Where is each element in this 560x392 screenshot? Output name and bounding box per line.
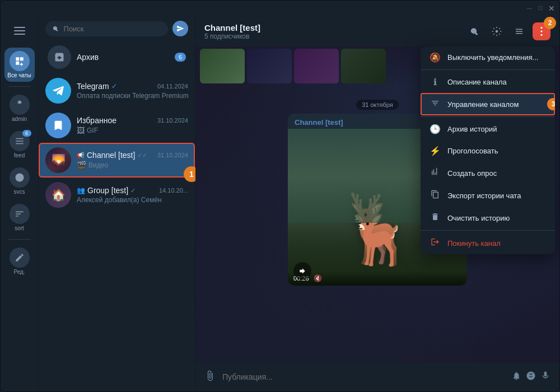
search-input[interactable] <box>64 25 161 33</box>
thumb-3 <box>294 49 339 83</box>
group-test-chat-name: 👥 Group [test] ✓ <box>77 186 136 195</box>
menu-item-vote[interactable]: ⚡ Проголосовать <box>421 140 555 162</box>
menu-item-label-mute: Выключить уведомления... <box>447 53 538 62</box>
message-input[interactable] <box>222 372 505 381</box>
main-content: Все чаты admin feed <box>1 16 559 391</box>
bookmarks-chat-date: 31.10.2024 <box>157 117 188 124</box>
maximize-button[interactable]: ☐ <box>537 5 544 12</box>
archive-badge: 6 <box>175 53 186 62</box>
input-actions <box>511 371 550 384</box>
voice-button[interactable] <box>540 371 550 384</box>
group-test-chat-info: 👥 Group [test] ✓ 14.10.20... Алексей доб… <box>77 186 188 204</box>
svg-point-2 <box>540 30 542 32</box>
sidebar-divider-2 <box>8 239 31 240</box>
menu-item-archive-stories[interactable]: 🕒 Архив историй <box>421 118 555 140</box>
search-icon <box>52 25 59 32</box>
svg-point-0 <box>496 30 498 33</box>
emoji-button[interactable] <box>526 371 536 384</box>
sidebar-item-label-all-chats: Все чаты <box>7 72 31 78</box>
menu-item-leave[interactable]: Покинуть канал <box>421 232 555 254</box>
attach-button[interactable] <box>204 370 216 384</box>
sidebar-item-admin[interactable]: admin <box>4 91 35 125</box>
forward-icon <box>298 267 306 275</box>
more-menu-button[interactable]: 2 <box>533 22 550 40</box>
group-test-avatar: 🏠 <box>45 182 71 208</box>
menu-divider-3 <box>421 230 555 231</box>
menu-item-export[interactable]: Экспорт истории чата <box>421 184 555 207</box>
svg-point-3 <box>540 34 542 36</box>
chat-item-telegram[interactable]: Telegram ✓ 04.11.2024 Оплата подписки Te… <box>39 73 195 108</box>
bell-icon <box>511 371 521 381</box>
channel-test-chat-date: 31.10.2024 <box>157 152 188 158</box>
sidebar-item-all-chats[interactable]: Все чаты <box>4 48 35 82</box>
telegram-chat-name: Telegram ✓ <box>77 82 117 91</box>
thumb-4 <box>341 49 386 83</box>
sidebar-item-label-feed: feed <box>14 152 25 158</box>
stories-icon <box>492 26 502 36</box>
all-chats-icon <box>10 51 30 71</box>
sidebar-item-sort[interactable]: sort <box>4 200 35 235</box>
close-button[interactable]: ✕ <box>548 5 555 12</box>
chat-input-bar <box>195 362 559 391</box>
archive-name: Архив <box>77 53 99 62</box>
telegram-chat-preview: Оплата подписки Telegram Premium б... <box>77 92 188 100</box>
archive-label: Архив <box>77 52 169 62</box>
chat-item-group-test[interactable]: 🏠 👥 Group [test] ✓ 14.10.20... Алексей д… <box>39 178 195 212</box>
sidebar-item-svcs[interactable]: svcs <box>4 164 35 198</box>
menu-item-label-export: Экспорт истории чата <box>447 192 521 200</box>
sort-icon <box>10 204 30 224</box>
mic-icon <box>540 371 550 381</box>
menu-item-label-create-poll: Создать опрос <box>447 169 497 178</box>
single-check-icon: ✓ <box>130 187 136 194</box>
three-dots-icon <box>540 27 543 36</box>
minimize-button[interactable]: — <box>526 5 533 12</box>
view-toggle-button[interactable] <box>510 22 528 40</box>
search-input-wrap[interactable] <box>45 21 168 36</box>
chat-list-panel: Архив 6 Telegram ✓ <box>39 16 195 391</box>
double-check-icon: ✓✓ <box>137 152 147 159</box>
chat-main: Channel [test] 5 подписчиков <box>195 16 559 391</box>
search-button[interactable] <box>465 22 483 40</box>
thumb-1 <box>200 49 245 83</box>
channel-test-chat-preview: 🎬 Видео <box>77 161 188 170</box>
telegram-send-button[interactable] <box>172 21 188 36</box>
archive-icon <box>48 45 71 69</box>
search-icon <box>469 26 479 36</box>
menu-item-manage[interactable]: Управление каналом 3 <box>421 93 555 115</box>
context-menu: 🔕 Выключить уведомления... ℹ Описание ка… <box>421 46 555 254</box>
sidebar-item-red[interactable]: Ред. <box>4 244 35 278</box>
hamburger-button[interactable] <box>4 21 35 41</box>
video-controls: 00:26 🔇 <box>288 271 467 286</box>
sidebar-icons: Все чаты admin feed <box>1 16 39 391</box>
notification-button[interactable] <box>511 371 521 384</box>
sidebar-item-label-svcs: svcs <box>14 189 25 195</box>
channel-test-chat-info: 📢 Channel [test] ✓✓ 31.10.2024 🎬 Видео <box>77 151 188 170</box>
group-test-chat-preview: Алексей добавил(а) Семён <box>77 196 188 204</box>
menu-divider-1 <box>421 69 555 70</box>
grid-icon <box>514 26 524 36</box>
title-bar-controls: — ☐ ✕ <box>526 5 555 12</box>
chat-item-bookmarks[interactable]: Избранное 31.10.2024 🖼 GIF <box>39 108 195 143</box>
archive-row[interactable]: Архив 6 <box>39 41 195 73</box>
menu-item-create-poll[interactable]: Создать опрос <box>421 162 555 184</box>
mute-icon[interactable]: 🔇 <box>314 274 322 282</box>
sidebar-item-feed[interactable]: feed 6 <box>4 128 35 162</box>
stories-button[interactable] <box>488 22 506 40</box>
forward-button[interactable] <box>293 262 311 280</box>
bookmarks-chat-info: Избранное 31.10.2024 🖼 GIF <box>77 116 188 135</box>
menu-item-mute[interactable]: 🔕 Выключить уведомления... <box>421 46 555 68</box>
vote-icon: ⚡ <box>430 146 441 156</box>
menu-item-label-manage: Управление каналом <box>447 100 519 109</box>
date-label: 31 октября <box>356 100 399 110</box>
menu-item-channel-info[interactable]: ℹ Описание канала <box>421 71 555 93</box>
chat-header: Channel [test] 5 подписчиков <box>195 16 559 46</box>
menu-item-label-channel-info: Описание канала <box>447 78 507 86</box>
chat-item-channel-test[interactable]: 🌄 📢 Channel [test] ✓✓ 31.10.2024 🎬 Видео <box>39 143 195 178</box>
info-menu-icon: ℹ <box>430 77 441 87</box>
menu-item-clear[interactable]: Очистить историю <box>421 207 555 229</box>
megaphone-icon: 📢 <box>77 152 85 159</box>
feed-badge: 6 <box>22 130 31 137</box>
telegram-chat-info: Telegram ✓ 04.11.2024 Оплата подписки Te… <box>77 82 188 100</box>
channel-msg-title: Channel [test] <box>295 118 343 127</box>
svg-point-1 <box>540 27 542 29</box>
